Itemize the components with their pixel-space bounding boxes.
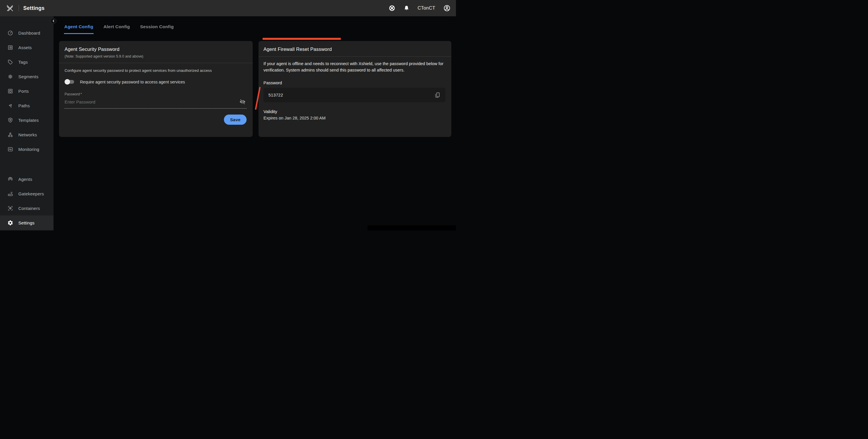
password-value-box: 513722 [264, 88, 445, 102]
password-label: Password [264, 81, 445, 85]
sidebar-item-label: Gatekeepers [18, 191, 44, 196]
tab-alert-config[interactable]: Alert Config [103, 24, 130, 34]
card-title: Agent Firewall Reset Password [264, 46, 446, 52]
toggle-label: Require agent security password to acces… [80, 80, 185, 84]
eye-off-icon[interactable] [239, 98, 246, 105]
notifications-bell-icon[interactable] [403, 5, 410, 11]
sidebar-item-segments[interactable]: Segments [0, 69, 54, 84]
save-row: Save [65, 115, 247, 131]
app-logo-x-icon[interactable] [6, 4, 14, 12]
sidebar-item-label: Dashboard [18, 31, 40, 35]
sidebar-item-monitoring[interactable]: Monitoring [0, 142, 54, 156]
agent-firewall-reset-password-card: Agent Firewall Reset Password If your ag… [258, 41, 451, 137]
tag-icon [7, 59, 13, 65]
paths-fork-icon [7, 103, 13, 109]
sidebar-item-label: Ports [18, 89, 29, 94]
password-input[interactable] [65, 99, 239, 104]
topbar-actions: CTonCT [389, 4, 451, 12]
card-body: Configure agent security password to pro… [59, 63, 253, 131]
password-value: 513722 [269, 93, 283, 97]
sidebar-item-agents[interactable]: Agents [0, 172, 54, 186]
shield-template-icon [7, 117, 13, 123]
sidebar-item-label: Paths [18, 103, 30, 108]
container-cube-icon [7, 205, 13, 211]
sidebar-item-label: Containers [18, 206, 40, 211]
sidebar-item-label: Settings [18, 220, 35, 225]
cards-row: Agent Security Password (Note: Supported… [59, 41, 451, 137]
sidebar-item-dashboard[interactable]: Dashboard [0, 26, 54, 40]
monitoring-pulse-icon [7, 146, 13, 152]
sidebar-item-label: Templates [18, 118, 39, 123]
toggle-knob [65, 79, 70, 85]
password-field-label: Password* [65, 92, 247, 96]
card-note: (Note: Supported agent version 5.9.0 and… [65, 54, 247, 58]
sidebar: Dashboard Assets Tags [0, 16, 54, 230]
ethernet-port-icon [7, 88, 13, 94]
gatekeeper-router-icon [7, 191, 13, 197]
sidebar-item-label: Segments [18, 74, 38, 79]
settings-gear-icon [7, 220, 13, 226]
sidebar-item-tags[interactable]: Tags [0, 55, 54, 69]
sidebar-item-assets[interactable]: Assets [0, 40, 54, 55]
main-content: Agent Config Alert Config Session Config… [54, 16, 456, 230]
orange-highlight-marker [262, 38, 341, 40]
topbar: Settings CTonCT [0, 0, 456, 16]
sidebar-item-label: Monitoring [18, 147, 39, 152]
account-avatar-icon[interactable] [443, 4, 451, 12]
black-screen-overlay [368, 225, 456, 230]
sidebar-collapse-button[interactable] [51, 18, 56, 24]
dashboard-gauge-icon [7, 30, 13, 36]
card-title: Agent Security Password [65, 46, 247, 52]
help-lifebuoy-icon[interactable] [389, 5, 396, 12]
sidebar-item-label: Tags [18, 60, 28, 65]
sidebar-item-label: Networks [18, 132, 37, 137]
sidebar-item-gatekeepers[interactable]: Gatekeepers [0, 186, 54, 201]
topbar-divider [19, 5, 19, 11]
copy-icon[interactable] [434, 92, 441, 99]
segments-honeycomb-icon [7, 73, 13, 80]
validity-value: Expires on Jan 28, 2025 2:00 AM [264, 116, 445, 127]
tab-session-config[interactable]: Session Config [140, 24, 174, 34]
sidebar-item-ports[interactable]: Ports [0, 84, 54, 98]
toggle-row: Require agent security password to acces… [65, 79, 247, 85]
save-button[interactable]: Save [224, 115, 247, 125]
page-title: Settings [23, 5, 44, 11]
main-layout: Dashboard Assets Tags [0, 16, 456, 230]
password-input-row [65, 96, 247, 109]
assets-list-icon [7, 44, 13, 51]
agents-broadcast-icon [7, 176, 13, 182]
username: CTonCT [417, 5, 435, 11]
sidebar-item-settings[interactable]: Settings [0, 215, 54, 230]
sidebar-item-label: Agents [18, 177, 32, 182]
sidebar-item-templates[interactable]: Templates [0, 113, 54, 127]
tab-bar: Agent Config Alert Config Session Config [64, 24, 451, 34]
sidebar-item-paths[interactable]: Paths [0, 98, 54, 113]
sidebar-item-networks[interactable]: Networks [0, 127, 54, 142]
sidebar-item-containers[interactable]: Containers [0, 201, 54, 215]
require-password-toggle[interactable] [65, 79, 74, 85]
agent-security-password-card: Agent Security Password (Note: Supported… [59, 41, 253, 137]
card-description: Configure agent security password to pro… [65, 68, 247, 73]
validity-label: Validity [264, 109, 445, 114]
required-asterisk: * [81, 92, 82, 96]
card-description: If your agent is offline and needs to re… [264, 61, 445, 73]
tab-agent-config[interactable]: Agent Config [64, 24, 94, 34]
card-header: Agent Security Password (Note: Supported… [59, 41, 253, 63]
card-body: If your agent is offline and needs to re… [258, 57, 451, 127]
sidebar-item-label: Assets [18, 45, 32, 50]
card-header: Agent Firewall Reset Password [258, 41, 451, 56]
sidebar-group-gap [0, 156, 54, 172]
network-nodes-icon [7, 132, 13, 138]
